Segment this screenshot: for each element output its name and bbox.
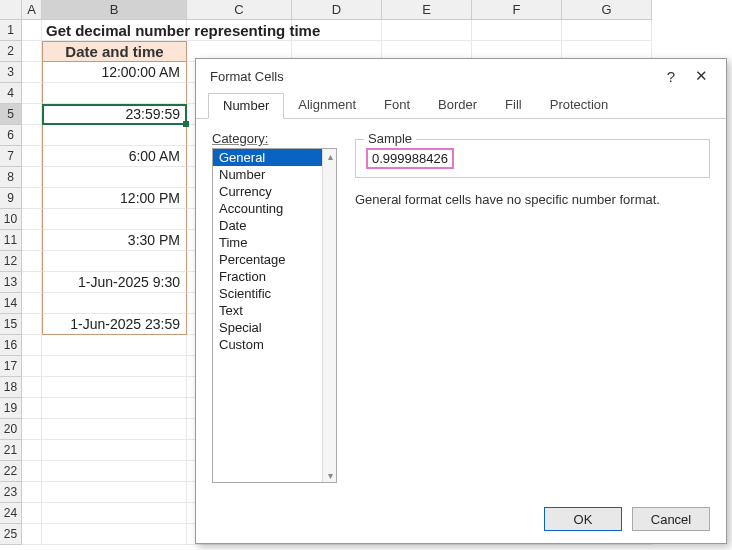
cell[interactable] xyxy=(22,125,42,146)
row-header[interactable]: 1 xyxy=(0,20,22,41)
cell[interactable] xyxy=(42,251,187,272)
row-header[interactable]: 8 xyxy=(0,167,22,188)
cell[interactable]: 3:30 PM xyxy=(42,230,187,251)
cell[interactable] xyxy=(22,251,42,272)
cell[interactable] xyxy=(22,20,42,41)
row-header[interactable]: 24 xyxy=(0,503,22,524)
category-item[interactable]: Custom xyxy=(213,336,336,353)
category-item[interactable]: Currency xyxy=(213,183,336,200)
category-item[interactable]: Time xyxy=(213,234,336,251)
cell[interactable] xyxy=(42,356,187,377)
cell[interactable] xyxy=(42,440,187,461)
row-header[interactable]: 18 xyxy=(0,377,22,398)
row-header[interactable]: 23 xyxy=(0,482,22,503)
cell[interactable]: Date and time xyxy=(42,41,187,62)
row-header[interactable]: 11 xyxy=(0,230,22,251)
cell[interactable] xyxy=(22,188,42,209)
cell[interactable] xyxy=(22,398,42,419)
cell[interactable] xyxy=(22,461,42,482)
tab-alignment[interactable]: Alignment xyxy=(284,93,370,118)
cell[interactable] xyxy=(22,356,42,377)
cell[interactable] xyxy=(42,377,187,398)
row-header[interactable]: 21 xyxy=(0,440,22,461)
cell[interactable]: 1-Jun-2025 9:30 xyxy=(42,272,187,293)
help-button[interactable]: ? xyxy=(656,62,686,90)
row-header[interactable]: 17 xyxy=(0,356,22,377)
cell[interactable] xyxy=(22,167,42,188)
row-header[interactable]: 3 xyxy=(0,62,22,83)
cell[interactable] xyxy=(42,209,187,230)
category-item[interactable]: Special xyxy=(213,319,336,336)
category-item[interactable]: Percentage xyxy=(213,251,336,268)
category-item[interactable]: Accounting xyxy=(213,200,336,217)
row-header[interactable]: 5 xyxy=(0,104,22,125)
cell[interactable] xyxy=(22,440,42,461)
cell[interactable] xyxy=(22,377,42,398)
category-item[interactable]: Text xyxy=(213,302,336,319)
cell[interactable] xyxy=(42,335,187,356)
row-header[interactable]: 12 xyxy=(0,251,22,272)
row-header[interactable]: 6 xyxy=(0,125,22,146)
cell[interactable] xyxy=(22,62,42,83)
cell[interactable] xyxy=(562,20,652,41)
cell[interactable] xyxy=(42,524,187,545)
cell[interactable] xyxy=(22,83,42,104)
row-header[interactable]: 13 xyxy=(0,272,22,293)
cell[interactable] xyxy=(22,209,42,230)
row-header[interactable]: 20 xyxy=(0,419,22,440)
category-item[interactable]: General xyxy=(213,149,336,166)
cell[interactable] xyxy=(22,293,42,314)
category-item[interactable]: Scientific xyxy=(213,285,336,302)
row-header[interactable]: 9 xyxy=(0,188,22,209)
cell[interactable]: 6:00 AM xyxy=(42,146,187,167)
tab-number[interactable]: Number xyxy=(208,93,284,119)
row-header[interactable]: 25 xyxy=(0,524,22,545)
col-header-e[interactable]: E xyxy=(382,0,472,20)
cell[interactable] xyxy=(22,230,42,251)
cell[interactable] xyxy=(42,125,187,146)
cell[interactable] xyxy=(472,20,562,41)
category-item[interactable]: Fraction xyxy=(213,268,336,285)
cell[interactable] xyxy=(42,461,187,482)
cell[interactable] xyxy=(42,503,187,524)
category-item[interactable]: Date xyxy=(213,217,336,234)
scroll-up-icon[interactable]: ▴ xyxy=(323,149,337,163)
tab-fill[interactable]: Fill xyxy=(491,93,536,118)
cell[interactable] xyxy=(42,167,187,188)
row-header[interactable]: 7 xyxy=(0,146,22,167)
cell[interactable]: 23:59:59 xyxy=(42,104,187,125)
scroll-down-icon[interactable]: ▾ xyxy=(323,468,337,482)
cell[interactable]: Get decimal number representing time xyxy=(42,20,187,41)
cell[interactable] xyxy=(22,419,42,440)
row-header[interactable]: 22 xyxy=(0,461,22,482)
select-all-corner[interactable] xyxy=(0,0,22,20)
cell[interactable]: 12:00 PM xyxy=(42,188,187,209)
row-header[interactable]: 2 xyxy=(0,41,22,62)
listbox-scrollbar[interactable]: ▴ ▾ xyxy=(322,149,336,482)
cell[interactable] xyxy=(22,104,42,125)
row-header[interactable]: 10 xyxy=(0,209,22,230)
col-header-b[interactable]: B xyxy=(42,0,187,20)
cell[interactable] xyxy=(42,482,187,503)
cell[interactable] xyxy=(382,20,472,41)
col-header-a[interactable]: A xyxy=(22,0,42,20)
cell[interactable] xyxy=(42,293,187,314)
col-header-f[interactable]: F xyxy=(472,0,562,20)
cell[interactable] xyxy=(42,83,187,104)
cell[interactable] xyxy=(22,272,42,293)
tab-border[interactable]: Border xyxy=(424,93,491,118)
category-listbox[interactable]: GeneralNumberCurrencyAccountingDateTimeP… xyxy=(212,148,337,483)
row-header[interactable]: 15 xyxy=(0,314,22,335)
cell[interactable] xyxy=(42,419,187,440)
cell[interactable]: 1-Jun-2025 23:59 xyxy=(42,314,187,335)
row-header[interactable]: 14 xyxy=(0,293,22,314)
col-header-d[interactable]: D xyxy=(292,0,382,20)
cell[interactable] xyxy=(22,482,42,503)
category-item[interactable]: Number xyxy=(213,166,336,183)
tab-protection[interactable]: Protection xyxy=(536,93,623,118)
cancel-button[interactable]: Cancel xyxy=(632,507,710,531)
cell[interactable] xyxy=(22,335,42,356)
tab-font[interactable]: Font xyxy=(370,93,424,118)
cell[interactable] xyxy=(42,398,187,419)
close-button[interactable]: ✕ xyxy=(686,62,716,90)
